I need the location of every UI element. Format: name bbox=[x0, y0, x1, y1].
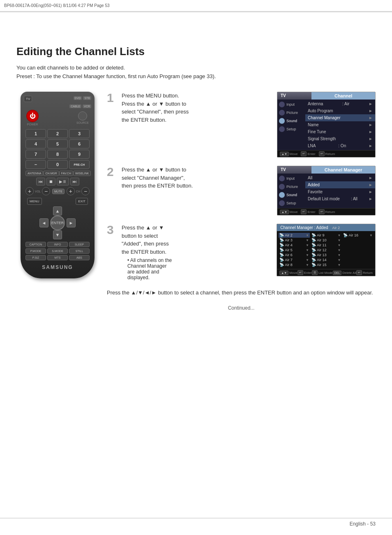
nav-right-btn[interactable]: ► bbox=[67, 218, 76, 227]
p-mode-btn[interactable]: P.MODE bbox=[25, 248, 46, 254]
remote-control: TV DVD STB CABLE VCR ⏻ PO bbox=[21, 92, 95, 278]
btn-1[interactable]: 1 bbox=[25, 129, 46, 138]
added-arrow: ► bbox=[369, 183, 373, 187]
tv-menu-1: TV Channel Input Pic bbox=[277, 92, 376, 157]
menu-name: Name ► bbox=[305, 121, 375, 128]
air9-icon: 📡 bbox=[311, 233, 316, 237]
btn-0[interactable]: 0 bbox=[47, 160, 68, 169]
vol-up-btn[interactable]: + bbox=[25, 187, 34, 195]
mute-btn[interactable]: MUTE bbox=[52, 189, 65, 194]
menu-default-list: Default List mode : All ► bbox=[305, 195, 375, 202]
step-1-number: 1 bbox=[107, 92, 116, 104]
setup-icon-2 bbox=[279, 200, 285, 206]
btn-dash[interactable]: − bbox=[25, 160, 46, 169]
info-btn[interactable]: INFO bbox=[47, 242, 68, 247]
enter-btn[interactable]: ENTER bbox=[50, 215, 65, 230]
p-siz-btn[interactable]: P.SIZ bbox=[25, 255, 46, 260]
channel-air6: 📡 Air 6 ▼ bbox=[279, 252, 310, 257]
step-3-text: Press the ▲ or ▼button to select"Added",… bbox=[122, 224, 271, 280]
btn-9[interactable]: 9 bbox=[69, 150, 90, 159]
caption-btn[interactable]: CAPTION bbox=[25, 242, 46, 247]
nav-down-btn[interactable]: ▼ bbox=[53, 230, 62, 239]
btn-4[interactable]: 4 bbox=[25, 139, 46, 148]
lna-arrow: ► bbox=[369, 144, 373, 148]
power-icon: ⏻ bbox=[30, 113, 35, 119]
name-text: Name bbox=[308, 123, 319, 127]
input-icon bbox=[279, 102, 285, 107]
delete-all-hint: DEL Delete All bbox=[333, 270, 356, 275]
move-label-2: Move bbox=[290, 210, 298, 214]
main-layout: TV DVD STB CABLE VCR ⏻ PO bbox=[16, 92, 376, 311]
cable-badge: CABLE bbox=[69, 104, 81, 108]
air15-arrow: ▼ bbox=[338, 263, 341, 267]
enter-hint-2: ↵ Enter bbox=[301, 209, 315, 214]
air4-arrow: ▼ bbox=[306, 243, 309, 247]
return-label-2: Return bbox=[325, 210, 335, 214]
nav-left-btn[interactable]: ◄ bbox=[39, 218, 48, 227]
sidebar-input: Input bbox=[277, 100, 305, 109]
move-hint-2: ▲▼ Move bbox=[280, 209, 297, 214]
move-label: Move bbox=[290, 152, 298, 156]
btn-7[interactable]: 7 bbox=[25, 150, 46, 159]
rew-btn[interactable]: ⏮ bbox=[36, 178, 45, 185]
favorite-arrow: ► bbox=[369, 190, 373, 194]
delete-all-key: DEL bbox=[333, 271, 342, 275]
s-mode-btn[interactable]: S.MODE bbox=[47, 248, 68, 254]
step-2-screen: TV Channel Manager Input bbox=[277, 166, 376, 215]
channel-air10: 📡 Air 10 ▼ bbox=[311, 238, 342, 243]
still-btn[interactable]: STILL bbox=[69, 248, 90, 254]
vol-down-btn[interactable]: − bbox=[42, 187, 50, 195]
antenna-btn[interactable]: ANTENNA bbox=[25, 171, 43, 176]
stop-btn[interactable]: ⏹ bbox=[46, 178, 55, 185]
ch-up-btn[interactable]: + bbox=[67, 187, 75, 195]
abs-btn[interactable]: ABS bbox=[69, 255, 90, 260]
tv-label-1: TV bbox=[277, 92, 311, 100]
mts-btn[interactable]: MTS bbox=[47, 255, 68, 260]
ch-down-btn[interactable]: − bbox=[81, 187, 90, 195]
sound-label-2: Sound bbox=[286, 193, 297, 197]
default-list-arrow: ► bbox=[369, 197, 373, 201]
description2: Preset : To use the Channel Manager func… bbox=[16, 73, 376, 79]
air8-text: Air 8 bbox=[285, 263, 293, 267]
air5-icon: 📡 bbox=[279, 248, 284, 252]
btn-pre-ch[interactable]: PRE-CH bbox=[69, 160, 90, 169]
dvd-badge: DVD bbox=[74, 96, 82, 100]
play-pause-btn[interactable]: ▶⏸ bbox=[57, 178, 69, 185]
btn-8[interactable]: 8 bbox=[47, 150, 68, 159]
step-2-number: 2 bbox=[107, 166, 116, 178]
name-arrow: ► bbox=[369, 123, 373, 127]
tv-label-2: TV bbox=[277, 166, 311, 174]
default-list-value: : All bbox=[351, 197, 357, 201]
channel-air13: 📡 Air 13 ▼ bbox=[311, 252, 342, 257]
menu-antenna: Antenna : Air ► bbox=[305, 100, 375, 107]
source-button[interactable] bbox=[78, 111, 87, 120]
lna-text: LNA bbox=[308, 144, 316, 148]
channel-col1: 📡 Air 2 ▼ 📡 Air 3 ▼ 📡 bbox=[279, 233, 310, 267]
grid-move-label: Move bbox=[289, 271, 297, 275]
power-button[interactable]: ⏻ bbox=[26, 110, 39, 122]
enter-label-2: Enter bbox=[307, 210, 315, 214]
sidebar-2: Input Picture Sound bbox=[277, 174, 305, 208]
nav-up-btn[interactable]: ▲ bbox=[53, 206, 62, 215]
exit-btn[interactable]: EXIT bbox=[76, 198, 88, 205]
grid-move-key: ▲▼ bbox=[279, 271, 288, 275]
menu-btn[interactable]: MENU bbox=[27, 198, 42, 205]
sleep-btn[interactable]: SLEEP bbox=[69, 242, 90, 247]
all-arrow: ► bbox=[369, 176, 373, 180]
btn-3[interactable]: 3 bbox=[69, 129, 90, 138]
fav-ch-btn[interactable]: FAV.CH bbox=[59, 171, 73, 176]
btn-6[interactable]: 6 bbox=[69, 139, 90, 148]
air4-text: Air 4 bbox=[285, 243, 293, 247]
air13-icon: 📡 bbox=[311, 253, 316, 257]
btn-2[interactable]: 2 bbox=[47, 129, 68, 138]
ff-btn[interactable]: ⏭ bbox=[70, 178, 79, 185]
wiselink-btn[interactable]: WISELINK bbox=[73, 171, 91, 176]
number-pad: 1 2 3 4 5 6 7 8 9 − 0 PRE-CH bbox=[24, 129, 91, 169]
step-3-bullet: • All channels on theChannel Managerare … bbox=[127, 257, 271, 280]
vol-label: VOL bbox=[35, 190, 41, 193]
air12-arrow: ▼ bbox=[338, 248, 341, 252]
air11-icon: 📡 bbox=[311, 243, 316, 247]
btn-5[interactable]: 5 bbox=[47, 139, 68, 148]
air2-arrow: ▼ bbox=[306, 234, 309, 237]
ch-mgr-btn[interactable]: CH.MGR bbox=[43, 171, 59, 176]
